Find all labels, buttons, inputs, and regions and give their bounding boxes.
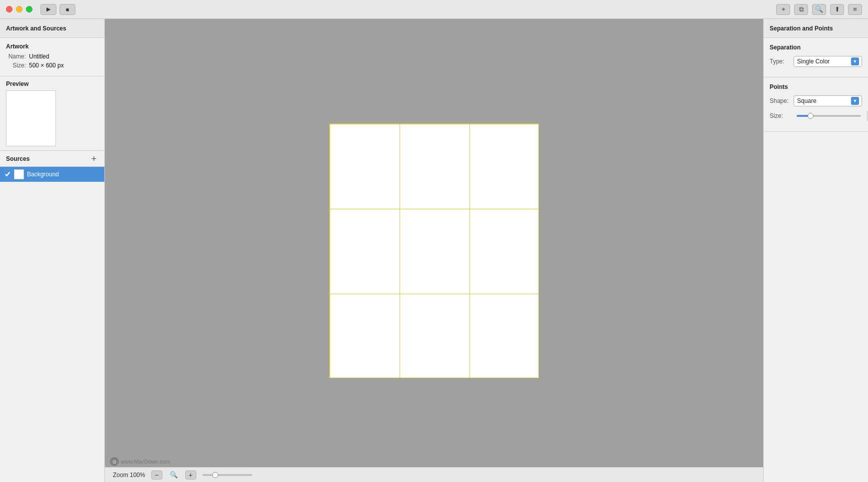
canvas-artwork (329, 123, 539, 378)
points-shape-select-wrapper: Square Circle Diamond Cross ▼ (794, 95, 862, 106)
left-sidebar: Artwork and Sources Artwork Name: Untitl… (0, 19, 105, 482)
crosshair-icon-btn[interactable]: ⌖ (776, 4, 790, 15)
separation-type-row: Type: Single Color Multi Color Grayscale… (770, 56, 862, 67)
close-button[interactable] (6, 6, 12, 12)
titlebar-controls: ▶ ■ (40, 4, 75, 15)
watermark: ⊙ www.MacDown.com (110, 457, 170, 466)
artwork-name-value: Untitled (29, 53, 49, 60)
preview-title: Preview (6, 80, 98, 87)
watermark-icon: ⊙ (110, 457, 119, 466)
watermark-text: www.MacDown.com (121, 459, 170, 465)
artwork-name-label: Name: (6, 53, 26, 60)
zoom-slider[interactable] (202, 474, 252, 476)
titlebar-right-icons: ⌖ ⧉ 🔍 ⬆ ≡ (776, 4, 862, 15)
points-shape-label: Shape: (770, 97, 794, 104)
stop-button[interactable]: ■ (59, 4, 75, 15)
source-checkbox-background[interactable] (4, 171, 11, 178)
separation-points-title: Separation and Points (770, 25, 833, 32)
traffic-lights (6, 6, 32, 12)
points-title: Points (770, 83, 862, 90)
artwork-sources-title: Artwork and Sources (6, 25, 66, 32)
canvas-bottom-bar: Zoom 100% − 🔍 + (105, 467, 763, 482)
artwork-size-field: Size: 500 × 600 px (6, 62, 98, 69)
zoom-out-button[interactable]: − (151, 471, 162, 480)
upload-icon-btn[interactable]: ⬆ (830, 4, 844, 15)
points-size-slider[interactable] (797, 115, 861, 117)
separation-type-select[interactable]: Single Color Multi Color Grayscale (794, 56, 862, 67)
crop-icon-btn[interactable]: ⧉ (794, 4, 808, 15)
separation-section: Separation Type: Single Color Multi Colo… (764, 38, 868, 77)
artwork-section: Artwork Name: Untitled Size: 500 × 600 p… (0, 38, 104, 76)
add-source-button[interactable]: + (89, 154, 98, 163)
canvas-area: ⊙ www.MacDown.com Zoom 100% − 🔍 + (105, 19, 763, 482)
sources-title: Sources (6, 155, 29, 162)
menu-icon-btn[interactable]: ≡ (848, 4, 862, 15)
play-button[interactable]: ▶ (40, 4, 56, 15)
source-name-background: Background (27, 171, 59, 178)
artwork-size-value: 500 × 600 px (29, 62, 64, 69)
zoom-label: Zoom 100% (113, 472, 145, 479)
artwork-title: Artwork (6, 43, 98, 50)
points-size-row: Size: 10 (770, 110, 862, 121)
preview-section: Preview (0, 76, 104, 151)
titlebar: ▶ ■ ⌖ ⧉ 🔍 ⬆ ≡ (0, 0, 868, 19)
main-container: Artwork and Sources Artwork Name: Untitl… (0, 19, 868, 482)
preview-canvas (6, 90, 56, 146)
artwork-sources-header: Artwork and Sources (0, 19, 104, 38)
source-color-swatch-background (14, 169, 24, 179)
source-item-background[interactable]: Background (0, 167, 104, 182)
separation-type-label: Type: (770, 58, 794, 65)
points-shape-row: Shape: Square Circle Diamond Cross ▼ (770, 95, 862, 106)
points-size-label: Size: (770, 112, 794, 119)
sources-header: Sources + (0, 151, 104, 167)
right-sidebar: Separation and Points Separation Type: S… (763, 19, 868, 482)
artwork-name-field: Name: Untitled (6, 53, 98, 60)
points-section: Points Shape: Square Circle Diamond Cros… (764, 77, 868, 132)
points-shape-select[interactable]: Square Circle Diamond Cross (794, 95, 862, 106)
zoom-in-button[interactable]: + (185, 471, 196, 480)
separation-type-select-wrapper: Single Color Multi Color Grayscale ▼ (794, 56, 862, 67)
artwork-size-label: Size: (6, 62, 26, 69)
maximize-button[interactable] (26, 6, 32, 12)
search-icon-btn[interactable]: 🔍 (812, 4, 826, 15)
separation-title: Separation (770, 44, 862, 51)
sources-section: Sources + Background (0, 151, 104, 482)
zoom-search-icon[interactable]: 🔍 (168, 471, 179, 480)
separation-points-header: Separation and Points (764, 19, 868, 38)
minimize-button[interactable] (16, 6, 22, 12)
